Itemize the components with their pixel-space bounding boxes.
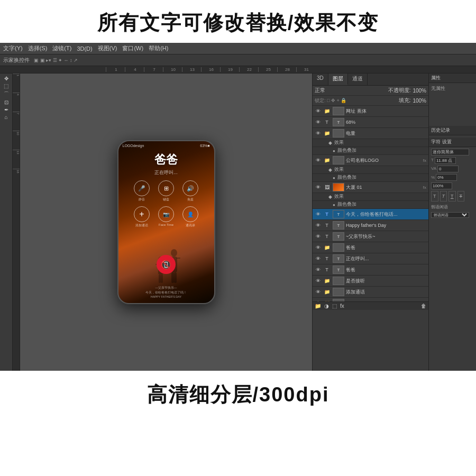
phone-label-speaker: 免提 [182, 197, 198, 202]
layer-thumbnail [333, 299, 344, 301]
layer-thumbnail: T [333, 254, 344, 263]
phone-contact-name: 爸爸 [118, 152, 214, 168]
ps-lang-selector: 韩语闲语 韩语闲语 [431, 204, 474, 219]
layer-visibility-eye[interactable]: 👁 [315, 267, 321, 273]
tool-crop[interactable]: ⊡ [4, 99, 8, 105]
layer-visibility-eye[interactable]: 👁 [315, 108, 321, 114]
layer-name: 爸爸 [346, 267, 426, 273]
layer-visibility-eye[interactable]: 👁 [315, 211, 321, 217]
layer-visibility-eye[interactable]: 👁 [315, 289, 321, 295]
layer-item[interactable]: 👁 📁 爸爸 [313, 242, 428, 253]
underline-btn[interactable]: T [448, 191, 456, 202]
layer-name: FACE TIME [346, 300, 426, 301]
layer-name: 今天，你给爸爸打电话... [346, 211, 426, 218]
layer-visibility-eye[interactable]: 👁 [315, 233, 321, 240]
tool-lasso[interactable]: ⌒ [4, 90, 9, 98]
font-size-icon: T [431, 157, 434, 164]
tab-channels[interactable]: 通道 [348, 74, 368, 85]
phone-action-buttons-row2: + 📷 👤 [118, 206, 214, 222]
layer-thumbnail: T [333, 221, 344, 230]
ruler-v-tick: 7 [13, 112, 20, 131]
phone-action-labels-row2: 添加通话 Face Time 通讯录 [118, 223, 214, 228]
layer-item[interactable]: 👁 📁 网址 蕉体 [313, 106, 428, 117]
ruler-v-tick: 10 [13, 131, 20, 150]
delete-layer-btn[interactable]: 🗑 [421, 303, 426, 309]
layer-visibility-eye[interactable]: 👁 [315, 222, 321, 228]
menu-item-select[interactable]: 选择(S) [28, 44, 48, 52]
layer-visibility-eye[interactable]: 👁 [315, 130, 321, 136]
lang-select[interactable]: 韩语闲语 [431, 212, 469, 218]
layer-item[interactable]: 👁 T T 68% [313, 117, 428, 128]
layer-visibility-eye[interactable]: 👁 [315, 300, 321, 301]
layer-visibility-eye[interactable]: 👁 [315, 184, 321, 190]
layer-type-icon: 📁 [323, 244, 331, 251]
ps-char-style-row: T T T T [431, 191, 474, 202]
strikethrough-btn[interactable]: T [457, 191, 465, 202]
scale-icon: % [431, 174, 435, 181]
phone-label-keypad: 键盘 [158, 197, 174, 202]
layer-mask-btn[interactable]: ⬚ [332, 303, 337, 309]
ruler-tick: 1 [106, 67, 125, 72]
layer-item[interactable]: 👁 📁 公司名称LOGO fx [313, 155, 428, 166]
layer-name: 公司名称LOGO [346, 157, 422, 164]
layer-sub-coloroverlay2: ●颜色叠加 [313, 174, 428, 182]
add-layer-group-btn[interactable]: 📁 [315, 303, 321, 309]
menu-item-window[interactable]: 窗口(W) [122, 44, 143, 52]
tool-eyedropper[interactable]: ✒ [4, 107, 8, 113]
layer-visibility-eye[interactable]: 👁 [315, 157, 321, 163]
layer-name: 68% [346, 120, 426, 125]
layer-type-icon: T [323, 210, 331, 218]
ps-va-input[interactable] [437, 166, 459, 172]
layer-thumbnail: T [333, 232, 344, 241]
layer-item[interactable]: 👁 T T 爸爸 [313, 264, 428, 276]
phone-btn-speaker: 🔊 [182, 180, 198, 196]
ps-font-input[interactable] [431, 149, 469, 155]
layer-visibility-eye[interactable]: 👁 [315, 255, 321, 262]
layer-style-btn[interactable]: fx [340, 303, 344, 309]
layer-item[interactable]: 👁 📁 电量 [313, 128, 428, 139]
bold-btn[interactable]: T [431, 191, 438, 202]
opacity-value: 100% [413, 88, 426, 94]
layer-item[interactable]: 👁 T T ~父亲节快乐~ [313, 231, 428, 242]
layer-visibility-eye[interactable]: 👁 [315, 119, 321, 125]
layer-sub-effect3: ◆效果 [313, 193, 428, 201]
tool-move[interactable]: ✥ [4, 76, 8, 81]
ruler-v-tick: 1 [13, 74, 20, 93]
layer-visibility-eye[interactable]: 👁 [315, 244, 321, 251]
layer-item[interactable]: 👁 T T Happy father's Day [313, 220, 428, 231]
layer-item-selected[interactable]: 👁 T T 今天，你给爸爸打电话... [313, 209, 428, 220]
layer-visibility-eye[interactable]: 👁 [315, 278, 321, 284]
phone-end-call-button[interactable]: 📵 [157, 255, 176, 274]
menu-item-help[interactable]: 帮助(H) [149, 44, 168, 52]
layer-item[interactable]: 👁 🖼 大厦 01 fx [313, 182, 428, 193]
phone-btn-add: + [134, 206, 150, 222]
phone-bottom-text: —父亲节快乐— 今天，你给爸爸打电话了吗！ HAPPY FATHER'S DAY [118, 286, 214, 299]
ps-font-size-input[interactable] [435, 157, 456, 164]
layer-item[interactable]: 👁 📁 FACE TIME [313, 298, 428, 301]
menu-item-3d[interactable]: 3D(D) [77, 45, 92, 52]
ps-scale-input[interactable] [436, 174, 457, 181]
layer-type-icon: 🖼 [323, 184, 331, 191]
layer-fx-badge: fx [423, 185, 426, 190]
tab-3d[interactable]: 3D [313, 74, 328, 85]
menu-item-filter[interactable]: 滤镜(T) [52, 44, 71, 52]
ruler-tick: 4 [125, 67, 144, 72]
phone-btn-facetime: 📷 [158, 206, 174, 222]
layer-name: 爸爸 [346, 244, 426, 251]
tool-brush[interactable]: ⌂ [4, 114, 7, 120]
layer-item[interactable]: 👁 📁 添加通话 [313, 287, 428, 298]
italic-btn[interactable]: T [440, 191, 447, 202]
tool-select[interactable]: ⬚ [4, 83, 8, 89]
tab-layers[interactable]: 图层 [328, 74, 348, 85]
menu-item-text[interactable]: 文字(Y) [3, 44, 23, 52]
svg-rect-3 [176, 258, 180, 259]
phone-btn-mute: 🎤 [134, 180, 150, 196]
ps-track-input[interactable] [431, 182, 452, 189]
layer-item[interactable]: 👁 T T 正在呼叫... [313, 253, 428, 264]
ruler-v-tick: 4 [13, 93, 20, 112]
add-adjustment-btn[interactable]: ◑ [324, 303, 329, 309]
layer-item[interactable]: 👁 📁 是否接听 [313, 276, 428, 287]
menu-item-view[interactable]: 视图(V) [98, 44, 117, 52]
layer-thumbnail [333, 277, 344, 285]
layer-type-icon: 📁 [323, 288, 331, 296]
